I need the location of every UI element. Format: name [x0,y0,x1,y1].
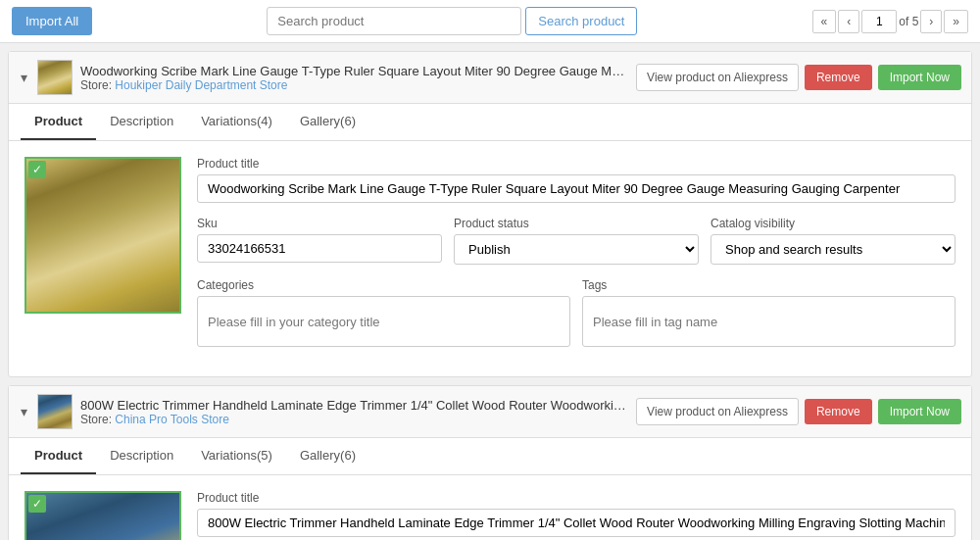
tab-gallery-2[interactable]: Gallery(6) [286,438,369,474]
tab-product-2[interactable]: Product [21,438,96,474]
product-image-visual-2 [26,493,179,540]
remove-button-1[interactable]: Remove [805,65,872,90]
categories-label-1: Categories [197,278,570,292]
tags-label-1: Tags [582,278,956,292]
product-title-input-2[interactable] [197,509,956,537]
remove-button-2[interactable]: Remove [805,399,872,424]
product-thumbnail-visual-2 [38,395,72,428]
categories-input-1[interactable] [197,296,570,347]
product-card-2: ▾ 800W Electric Trimmer Handheld Laminat… [8,385,972,540]
card-title-block-1: Woodworking Scribe Mark Line Gauge T-Typ… [80,64,628,92]
product-title-label-1: Product title [197,157,956,171]
tab-description-2[interactable]: Description [96,438,187,474]
image-checkbox-2[interactable]: ✓ [28,495,46,513]
product-thumbnail-2 [37,394,73,429]
search-area: Search product [267,7,637,35]
status-label-1: Product status [454,217,699,230]
collapse-button-2[interactable]: ▾ [19,404,29,419]
status-select-1[interactable]: Publish Draft [454,234,699,265]
product-image-container-2: ✓ [24,491,181,540]
visibility-label-1: Catalog visibility [710,217,956,230]
card-header-2: ▾ 800W Electric Trimmer Handheld Laminat… [9,386,971,438]
status-col-1: Product status Publish Draft [454,217,699,265]
product-title-header-1: Woodworking Scribe Mark Line Gauge T-Typ… [80,64,628,78]
sku-input-1[interactable] [197,234,442,263]
product-image-visual-1 [26,159,179,312]
product-store-1: Store: Houkiper Daily Department Store [80,78,628,92]
store-link-1[interactable]: Houkiper Daily Department Store [115,78,287,92]
tab-product-1[interactable]: Product [21,104,96,140]
image-checkbox-1[interactable]: ✓ [28,161,46,178]
product-title-row-2: Product title [197,491,956,537]
card-header-left-1: ▾ Woodworking Scribe Mark Line Gauge T-T… [19,60,628,95]
card-header-actions-2: View product on Aliexpress Remove Import… [636,398,961,425]
product-store-2: Store: China Pro Tools Store [80,413,628,426]
categories-col-1: Categories [197,278,570,347]
product-form-2: Product title Sku Product status Catalog… [197,491,956,540]
card-title-block-2: 800W Electric Trimmer Handheld Laminate … [80,398,628,426]
tab-content-2: ✓ Product title Sku Product status [9,475,971,540]
product-card-1: ▾ Woodworking Scribe Mark Line Gauge T-T… [8,51,972,377]
store-link-2[interactable]: China Pro Tools Store [115,413,229,426]
category-tags-row-1: Categories Tags [197,278,956,347]
visibility-select-1[interactable]: Shop and search results Shop only Search… [710,234,956,265]
search-button[interactable]: Search product [525,7,637,35]
product-image-2 [24,491,181,540]
import-now-button-2[interactable]: Import Now [878,399,961,424]
pagination-next-button[interactable]: › [920,10,942,33]
import-all-button[interactable]: Import All [12,7,92,35]
product-image-1 [24,157,181,314]
tabs-1: Product Description Variations(4) Galler… [9,104,971,141]
product-title-label-2: Product title [197,491,956,505]
tab-content-1: ✓ Product title Sku Product status Publi… [9,141,971,376]
header-bar: Import All Search product « ‹ of 5 › » [0,0,980,43]
view-aliexpress-button-2[interactable]: View product on Aliexpress [636,398,799,425]
product-title-input-1[interactable] [197,174,956,203]
pagination-prev-button[interactable]: ‹ [838,10,859,33]
collapse-button-1[interactable]: ▾ [19,70,29,85]
product-thumbnail-1 [37,60,73,95]
pagination: « ‹ of 5 › » [812,10,968,33]
product-image-container-1: ✓ [24,157,181,314]
product-image-area-1: ✓ Product title Sku Product status Publi… [24,157,956,361]
card-header-1: ▾ Woodworking Scribe Mark Line Gauge T-T… [9,52,971,104]
view-aliexpress-button-1[interactable]: View product on Aliexpress [636,64,799,91]
card-header-actions-1: View product on Aliexpress Remove Import… [636,64,961,91]
product-meta-row-1: Sku Product status Publish Draft Catalog… [197,217,956,265]
tab-description-1[interactable]: Description [96,104,187,140]
product-image-area-2: ✓ Product title Sku Product status [24,491,956,540]
sku-col-1: Sku [197,217,442,265]
pagination-first-button[interactable]: « [812,10,837,33]
pagination-last-button[interactable]: » [944,10,968,33]
product-title-row-1: Product title [197,157,956,203]
import-now-button-1[interactable]: Import Now [878,65,961,90]
tab-variations-1[interactable]: Variations(4) [187,104,286,140]
visibility-col-1: Catalog visibility Shop and search resul… [710,217,956,265]
tags-col-1: Tags [582,278,956,347]
product-title-header-2: 800W Electric Trimmer Handheld Laminate … [80,398,628,413]
card-header-left-2: ▾ 800W Electric Trimmer Handheld Laminat… [19,394,628,429]
search-input[interactable] [267,7,521,35]
product-form-1: Product title Sku Product status Publish… [197,157,956,361]
tabs-2: Product Description Variations(5) Galler… [9,438,971,475]
tab-variations-2[interactable]: Variations(5) [187,438,286,474]
pagination-page-input[interactable] [861,10,897,33]
tab-gallery-1[interactable]: Gallery(6) [286,104,369,140]
sku-label-1: Sku [197,217,442,230]
tags-input-1[interactable] [582,296,956,347]
pagination-of-label: of 5 [899,15,918,28]
